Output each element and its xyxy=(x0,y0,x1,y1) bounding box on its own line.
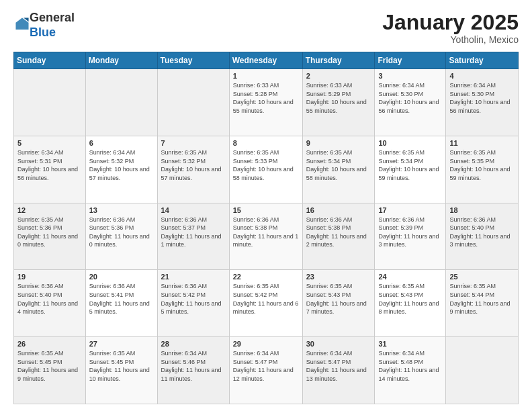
day-number: 3 xyxy=(378,72,442,80)
day-info: Sunrise: 6:36 AMSunset: 5:36 PMDaylight:… xyxy=(89,216,154,249)
header-cell-sunday: Sunday xyxy=(14,52,86,69)
day-number: 24 xyxy=(378,273,442,281)
week-row-5: 26Sunrise: 6:35 AMSunset: 5:45 PMDayligh… xyxy=(14,337,519,404)
week-row-3: 12Sunrise: 6:35 AMSunset: 5:36 PMDayligh… xyxy=(14,203,519,270)
day-info: Sunrise: 6:35 AMSunset: 5:35 PMDaylight:… xyxy=(449,148,515,182)
day-info: Sunrise: 6:36 AMSunset: 5:37 PMDaylight:… xyxy=(161,216,226,249)
day-cell: 11Sunrise: 6:35 AMSunset: 5:35 PMDayligh… xyxy=(446,136,519,203)
day-info: Sunrise: 6:35 AMSunset: 5:42 PMDaylight:… xyxy=(233,282,299,316)
day-info: Sunrise: 6:34 AMSunset: 5:47 PMDaylight:… xyxy=(306,349,371,383)
day-number: 13 xyxy=(89,206,154,214)
day-cell: 25Sunrise: 6:35 AMSunset: 5:44 PMDayligh… xyxy=(446,270,519,337)
day-info: Sunrise: 6:35 AMSunset: 5:43 PMDaylight:… xyxy=(306,282,371,316)
day-number: 16 xyxy=(306,206,371,214)
day-info: Sunrise: 6:36 AMSunset: 5:38 PMDaylight:… xyxy=(306,216,371,249)
day-cell: 30Sunrise: 6:34 AMSunset: 5:47 PMDayligh… xyxy=(302,337,375,404)
day-number: 1 xyxy=(233,72,299,80)
calendar-title: January 2025 xyxy=(382,11,519,34)
day-info: Sunrise: 6:35 AMSunset: 5:45 PMDaylight:… xyxy=(17,349,82,383)
header-row: SundayMondayTuesdayWednesdayThursdayFrid… xyxy=(14,52,519,69)
day-cell: 27Sunrise: 6:35 AMSunset: 5:45 PMDayligh… xyxy=(85,337,157,404)
day-number: 25 xyxy=(449,273,515,281)
day-info: Sunrise: 6:36 AMSunset: 5:38 PMDaylight:… xyxy=(233,216,299,249)
day-number: 11 xyxy=(449,139,515,147)
day-cell: 14Sunrise: 6:36 AMSunset: 5:37 PMDayligh… xyxy=(157,203,229,270)
day-number: 6 xyxy=(89,139,154,147)
day-cell: 26Sunrise: 6:35 AMSunset: 5:45 PMDayligh… xyxy=(14,337,86,404)
day-cell: 18Sunrise: 6:36 AMSunset: 5:40 PMDayligh… xyxy=(446,203,519,270)
day-info: Sunrise: 6:34 AMSunset: 5:48 PMDaylight:… xyxy=(378,349,442,383)
header-cell-wednesday: Wednesday xyxy=(229,52,302,69)
day-cell: 4Sunrise: 6:34 AMSunset: 5:30 PMDaylight… xyxy=(446,69,519,136)
day-cell: 13Sunrise: 6:36 AMSunset: 5:36 PMDayligh… xyxy=(85,203,157,270)
day-number: 12 xyxy=(17,206,82,214)
day-cell: 24Sunrise: 6:35 AMSunset: 5:43 PMDayligh… xyxy=(375,270,446,337)
logo-general: General xyxy=(30,11,75,24)
header-cell-thursday: Thursday xyxy=(302,52,375,69)
day-number: 22 xyxy=(233,273,299,281)
day-info: Sunrise: 6:34 AMSunset: 5:46 PMDaylight:… xyxy=(161,349,226,383)
day-info: Sunrise: 6:36 AMSunset: 5:42 PMDaylight:… xyxy=(161,282,226,316)
day-number: 19 xyxy=(17,273,82,281)
day-info: Sunrise: 6:36 AMSunset: 5:41 PMDaylight:… xyxy=(89,282,154,316)
day-number: 4 xyxy=(449,72,515,80)
day-number: 20 xyxy=(89,273,154,281)
day-number: 27 xyxy=(89,340,154,348)
header-cell-tuesday: Tuesday xyxy=(157,52,229,69)
day-info: Sunrise: 6:34 AMSunset: 5:30 PMDaylight:… xyxy=(378,81,442,115)
day-info: Sunrise: 6:35 AMSunset: 5:34 PMDaylight:… xyxy=(306,148,371,182)
day-cell: 1Sunrise: 6:33 AMSunset: 5:28 PMDaylight… xyxy=(229,69,302,136)
header-cell-friday: Friday xyxy=(375,52,446,69)
header: General Blue January 2025 Yotholin, Mexi… xyxy=(13,11,519,45)
day-cell: 2Sunrise: 6:33 AMSunset: 5:29 PMDaylight… xyxy=(302,69,375,136)
day-number: 9 xyxy=(306,139,371,147)
day-cell: 16Sunrise: 6:36 AMSunset: 5:38 PMDayligh… xyxy=(302,203,375,270)
day-number: 14 xyxy=(161,206,226,214)
day-info: Sunrise: 6:36 AMSunset: 5:40 PMDaylight:… xyxy=(449,216,515,249)
day-info: Sunrise: 6:35 AMSunset: 5:43 PMDaylight:… xyxy=(378,282,442,316)
day-info: Sunrise: 6:35 AMSunset: 5:44 PMDaylight:… xyxy=(449,282,515,316)
week-row-1: 1Sunrise: 6:33 AMSunset: 5:28 PMDaylight… xyxy=(14,69,519,136)
day-number: 28 xyxy=(161,340,226,348)
day-number: 5 xyxy=(17,139,82,147)
day-cell: 7Sunrise: 6:35 AMSunset: 5:32 PMDaylight… xyxy=(157,136,229,203)
day-cell: 8Sunrise: 6:35 AMSunset: 5:33 PMDaylight… xyxy=(229,136,302,203)
calendar-table: SundayMondayTuesdayWednesdayThursdayFrid… xyxy=(13,52,519,404)
day-cell xyxy=(157,69,229,136)
day-cell: 3Sunrise: 6:34 AMSunset: 5:30 PMDaylight… xyxy=(375,69,446,136)
day-cell: 19Sunrise: 6:36 AMSunset: 5:40 PMDayligh… xyxy=(14,270,86,337)
day-info: Sunrise: 6:34 AMSunset: 5:30 PMDaylight:… xyxy=(449,81,515,115)
day-info: Sunrise: 6:34 AMSunset: 5:32 PMDaylight:… xyxy=(89,148,154,182)
day-cell: 22Sunrise: 6:35 AMSunset: 5:42 PMDayligh… xyxy=(229,270,302,337)
calendar-subtitle: Yotholin, Mexico xyxy=(382,34,519,45)
day-cell: 9Sunrise: 6:35 AMSunset: 5:34 PMDaylight… xyxy=(302,136,375,203)
day-number: 15 xyxy=(233,206,299,214)
day-cell: 10Sunrise: 6:35 AMSunset: 5:34 PMDayligh… xyxy=(375,136,446,203)
day-number: 23 xyxy=(306,273,371,281)
day-number: 2 xyxy=(306,72,371,80)
day-cell: 15Sunrise: 6:36 AMSunset: 5:38 PMDayligh… xyxy=(229,203,302,270)
day-number: 17 xyxy=(378,206,442,214)
day-number: 18 xyxy=(449,206,515,214)
day-number: 29 xyxy=(233,340,299,348)
day-cell: 6Sunrise: 6:34 AMSunset: 5:32 PMDaylight… xyxy=(85,136,157,203)
day-info: Sunrise: 6:35 AMSunset: 5:36 PMDaylight:… xyxy=(17,216,82,249)
day-number: 10 xyxy=(378,139,442,147)
logo: General Blue xyxy=(13,11,75,40)
day-cell xyxy=(446,337,519,404)
day-cell: 23Sunrise: 6:35 AMSunset: 5:43 PMDayligh… xyxy=(302,270,375,337)
day-number: 31 xyxy=(378,340,442,348)
day-cell: 31Sunrise: 6:34 AMSunset: 5:48 PMDayligh… xyxy=(375,337,446,404)
day-cell xyxy=(85,69,157,136)
day-info: Sunrise: 6:35 AMSunset: 5:33 PMDaylight:… xyxy=(233,148,299,182)
week-row-4: 19Sunrise: 6:36 AMSunset: 5:40 PMDayligh… xyxy=(14,270,519,337)
day-info: Sunrise: 6:36 AMSunset: 5:40 PMDaylight:… xyxy=(17,282,82,316)
day-info: Sunrise: 6:33 AMSunset: 5:28 PMDaylight:… xyxy=(233,81,299,115)
calendar-page: General Blue January 2025 Yotholin, Mexi… xyxy=(0,0,532,411)
day-info: Sunrise: 6:35 AMSunset: 5:45 PMDaylight:… xyxy=(89,349,154,383)
day-info: Sunrise: 6:35 AMSunset: 5:32 PMDaylight:… xyxy=(161,148,226,182)
day-number: 7 xyxy=(161,139,226,147)
day-cell xyxy=(14,69,86,136)
day-cell: 5Sunrise: 6:34 AMSunset: 5:31 PMDaylight… xyxy=(14,136,86,203)
day-cell: 21Sunrise: 6:36 AMSunset: 5:42 PMDayligh… xyxy=(157,270,229,337)
